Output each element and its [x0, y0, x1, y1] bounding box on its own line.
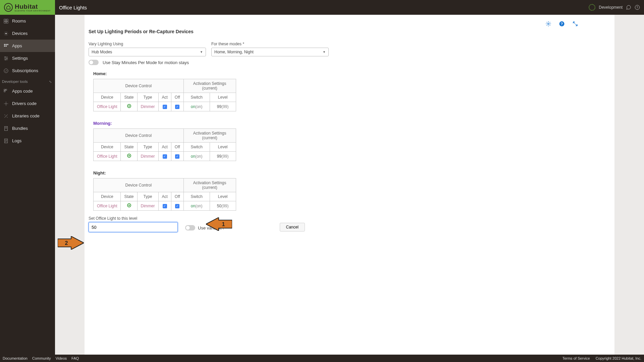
- sidebar-item-label: Settings: [12, 56, 28, 61]
- svg-text:?: ?: [561, 22, 563, 26]
- sidebar-item-driverscode[interactable]: Drivers code: [0, 97, 55, 110]
- sidebar-item-label: Subscriptions: [12, 68, 38, 73]
- footer-terms[interactable]: Terms of Service: [562, 356, 590, 360]
- sidebar-item-label: Apps code: [12, 89, 33, 94]
- svg-rect-18: [4, 91, 5, 92]
- level-cell[interactable]: 50(99): [210, 201, 236, 211]
- footer-videos[interactable]: Videos: [56, 356, 67, 360]
- svg-point-14: [5, 59, 6, 60]
- help-circle-icon[interactable]: ?: [559, 21, 565, 27]
- sidebar-item-devices[interactable]: Devices: [0, 27, 55, 40]
- device-link[interactable]: Office Light: [94, 201, 121, 211]
- sidebar-item-label: Libraries code: [12, 113, 40, 118]
- sidebar-item-subscriptions[interactable]: Subscriptions: [0, 64, 55, 77]
- table-row: Office Light Dimmer ✓ ✓ on(on) 99(99): [94, 102, 236, 111]
- sidebar-item-label: Logs: [12, 138, 21, 143]
- type-link[interactable]: Dimmer: [137, 102, 158, 111]
- svg-rect-11: [6, 45, 7, 46]
- brand-name: Hubitat: [15, 3, 51, 10]
- house-icon: [4, 3, 13, 12]
- level-cell[interactable]: 99(99): [210, 102, 236, 111]
- sidebar-item-appscode[interactable]: Apps code: [0, 85, 55, 97]
- svg-rect-4: [4, 21, 6, 23]
- switch-cell[interactable]: on(on): [183, 201, 210, 211]
- bundles-icon: [3, 126, 9, 131]
- level-input[interactable]: [89, 222, 178, 232]
- devices-icon: [3, 31, 9, 36]
- subscriptions-icon: [3, 68, 9, 73]
- act-checkbox[interactable]: ✓: [158, 201, 171, 211]
- brand-logo[interactable]: Hubitat ELEVATE YOUR ENVIRONMENT: [0, 0, 55, 15]
- mode-home-table: Device ControlActivation Settings (curre…: [93, 79, 236, 111]
- type-link[interactable]: Dimmer: [137, 152, 158, 161]
- svg-text:1: 1: [222, 221, 225, 227]
- mode-night-table: Device ControlActivation Settings (curre…: [93, 178, 236, 211]
- sidebar: Rooms Devices Apps Settings Subscription…: [0, 15, 55, 355]
- off-checkbox[interactable]: ✓: [171, 102, 183, 111]
- modes-label: For these modes *: [211, 42, 329, 46]
- device-link[interactable]: Office Light: [94, 152, 121, 161]
- vary-lighting-label: Vary Lighting Using: [89, 42, 206, 46]
- act-checkbox[interactable]: ✓: [158, 152, 171, 161]
- page-title: Office Lights: [59, 5, 87, 10]
- type-link[interactable]: Dimmer: [137, 201, 158, 211]
- state-cell[interactable]: [121, 152, 137, 161]
- brand-tagline: ELEVATE YOUR ENVIRONMENT: [15, 10, 51, 12]
- expand-icon[interactable]: [572, 21, 578, 27]
- stay-minutes-toggle[interactable]: [89, 60, 99, 65]
- gear-icon[interactable]: [545, 21, 551, 27]
- svg-rect-9: [7, 44, 8, 45]
- act-checkbox[interactable]: ✓: [158, 102, 171, 111]
- footer-community[interactable]: Community: [32, 356, 51, 360]
- use-variable-toggle[interactable]: [185, 225, 195, 230]
- sidebar-item-settings[interactable]: Settings: [0, 52, 55, 64]
- state-cell[interactable]: [121, 102, 137, 111]
- footer-faq[interactable]: FAQ: [71, 356, 79, 360]
- sidebar-dev-section[interactable]: Developer tools ⤡: [0, 77, 55, 85]
- state-cell[interactable]: [121, 201, 137, 211]
- footer-documentation[interactable]: Documentation: [3, 356, 28, 360]
- section-title: Set Up Lighting Periods or Re-Capture De…: [89, 29, 614, 34]
- sidebar-item-label: Rooms: [12, 18, 26, 23]
- help-icon[interactable]: ?: [635, 5, 640, 10]
- loading-spinner-icon: [589, 4, 595, 11]
- sidebar-item-bundles[interactable]: Bundles: [0, 122, 55, 135]
- app-header: Hubitat ELEVATE YOUR ENVIRONMENT Office …: [0, 0, 644, 15]
- settings-card: ? Set Up Lighting Periods or Re-Capture …: [85, 15, 614, 355]
- svg-marker-27: [58, 236, 84, 250]
- vary-lighting-select[interactable]: Hub Modes: [89, 48, 206, 56]
- table-row: Office Light Dimmer ✓ ✓ on(on) 99(99): [94, 152, 236, 161]
- mode-morning-table: Device ControlActivation Settings (curre…: [93, 128, 236, 161]
- sidebar-item-librariescode[interactable]: Libraries code: [0, 110, 55, 122]
- main-content: ? Set Up Lighting Periods or Re-Capture …: [55, 15, 644, 355]
- sidebar-item-rooms[interactable]: Rooms: [0, 15, 55, 27]
- level-input-label: Set Office Light to this level: [89, 216, 178, 221]
- sidebar-item-apps[interactable]: Apps: [0, 40, 55, 52]
- sidebar-item-label: Drivers code: [12, 101, 37, 106]
- svg-rect-2: [4, 19, 6, 21]
- svg-point-6: [5, 33, 7, 34]
- device-link[interactable]: Office Light: [94, 102, 121, 111]
- level-cell[interactable]: 99(99): [210, 152, 236, 161]
- state-on-icon: [127, 104, 131, 108]
- sidebar-item-label: Devices: [12, 31, 28, 36]
- off-checkbox[interactable]: ✓: [171, 201, 183, 211]
- libraries-icon: [3, 113, 9, 119]
- cancel-button[interactable]: Cancel: [280, 223, 305, 231]
- svg-rect-10: [4, 45, 5, 46]
- settings-icon: [3, 56, 9, 61]
- switch-cell[interactable]: on(on): [183, 152, 210, 161]
- modes-select[interactable]: Home, Morning, Night: [211, 48, 329, 56]
- sidebar-item-logs[interactable]: Logs: [0, 135, 55, 147]
- switch-cell[interactable]: on(on): [183, 102, 210, 111]
- svg-marker-25: [206, 217, 232, 231]
- state-on-icon: [127, 203, 131, 207]
- logs-icon: [3, 138, 9, 144]
- off-checkbox[interactable]: ✓: [171, 152, 183, 161]
- drivers-icon: [3, 101, 9, 106]
- svg-text:?: ?: [637, 6, 638, 9]
- collapse-icon: ⤡: [49, 80, 52, 84]
- svg-point-15: [4, 69, 8, 73]
- svg-rect-8: [6, 44, 7, 45]
- chat-icon[interactable]: [626, 5, 631, 10]
